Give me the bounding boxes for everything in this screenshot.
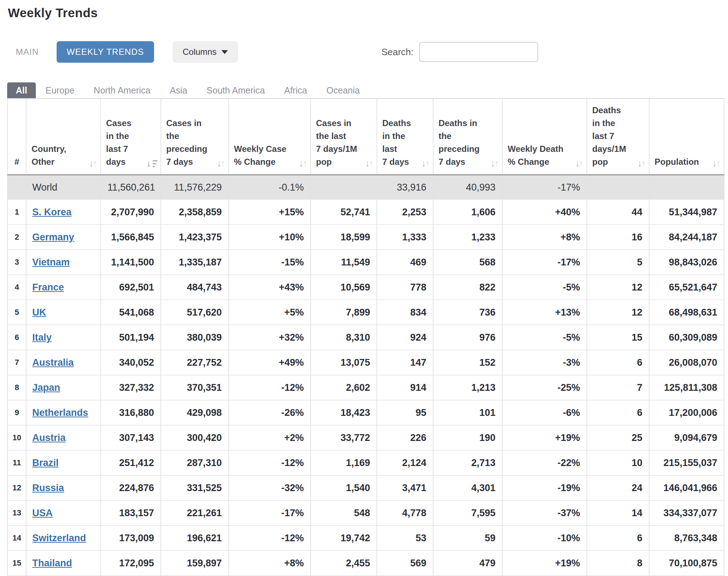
tab-north-america[interactable]: North America	[84, 82, 160, 98]
deaths-7d-cell: 4,778	[377, 500, 433, 525]
country-link[interactable]: Vietnam	[32, 257, 70, 268]
population-cell: 26,008,070	[649, 350, 724, 375]
deaths-per-1m-cell: 24	[587, 475, 649, 500]
column-header-deaths-per-1m[interactable]: Deaths in the last 7 days/1M pop↓↑	[587, 99, 649, 175]
column-header-country[interactable]: Country, Other↓↑	[26, 99, 101, 175]
country-link[interactable]: Switzerland	[32, 533, 86, 543]
population-cell: 84,244,187	[649, 225, 724, 250]
deaths-per-1m-cell: 7	[587, 375, 649, 400]
search-label: Search:	[381, 47, 413, 58]
deaths-prev-7d-cell: 822	[433, 275, 502, 300]
country-link[interactable]: Germany	[32, 232, 74, 243]
country-cell: Netherlands	[26, 400, 101, 425]
weekly-death-change-cell: -19%	[502, 475, 587, 500]
deaths-prev-7d-cell: 190	[433, 425, 502, 450]
column-header-cases-per-1m[interactable]: Cases in the last 7 days/1M pop↓↑	[311, 99, 377, 175]
sort-arrows-icon: ↓↑	[365, 159, 374, 168]
rank-cell: 5	[8, 300, 26, 325]
cases-per-1m-cell: 548	[311, 500, 377, 525]
country-link[interactable]: Japan	[32, 382, 60, 393]
sort-arrows-icon: ↓↑	[575, 159, 584, 168]
country-cell: UK	[26, 300, 101, 325]
weekly-trends-page: Weekly Trends MAIN WEEKLY TRENDS Columns…	[0, 0, 728, 576]
population-cell: 60,309,089	[649, 325, 724, 350]
toolbar: MAIN WEEKLY TRENDS Columns Search:	[7, 41, 724, 63]
weekly-death-change-cell: -3%	[502, 350, 587, 375]
weekly-death-change-cell: +13%	[502, 300, 587, 325]
country-link[interactable]: Austria	[32, 432, 66, 443]
cases-7d-cell: 501,194	[101, 325, 161, 350]
tab-south-america[interactable]: South America	[197, 82, 275, 98]
table-row: 14Switzerland173,009196,621-12%19,742535…	[8, 525, 724, 551]
deaths-7d-cell: 834	[377, 300, 433, 325]
deaths-per-1m-cell: 5	[587, 250, 649, 275]
cases-prev-7d-cell: 1,335,187	[161, 250, 229, 275]
table-row: 3Vietnam1,141,5001,335,187-15%11,5494695…	[8, 250, 724, 275]
deaths-per-1m-cell: 12	[587, 275, 649, 300]
country-cell: Australia	[26, 350, 101, 375]
column-header-cases-prev-7d[interactable]: Cases in the preceding 7 days↓↑	[161, 99, 229, 175]
country-link[interactable]: Thailand	[32, 558, 72, 568]
deaths-prev-7d-cell: 59	[433, 525, 502, 551]
weekly-death-change-cell: +19%	[502, 551, 587, 576]
page-title: Weekly Trends	[8, 6, 724, 20]
column-header-label: Deaths in the last 7 days	[382, 118, 411, 167]
cases-prev-7d-cell: 11,576,229	[161, 175, 229, 200]
country-link[interactable]: USA	[32, 508, 53, 518]
deaths-prev-7d-cell: 568	[433, 250, 502, 275]
rank-cell: 15	[8, 551, 26, 576]
country-cell: Austria	[26, 425, 101, 450]
country-link[interactable]: Netherlands	[32, 407, 88, 418]
rank-cell: 4	[8, 275, 26, 300]
sort-arrows-icon: ↓↑	[490, 159, 499, 168]
country-link[interactable]: Australia	[32, 357, 74, 368]
column-header-deaths-7d[interactable]: Deaths in the last 7 days↓↑	[377, 99, 433, 175]
column-header-rank[interactable]: #	[8, 99, 26, 175]
cases-7d-cell: 1,141,500	[101, 250, 161, 275]
column-header-cases-7d[interactable]: Cases in the last 7 days↓	[101, 99, 161, 175]
column-header-weekly-case-change[interactable]: Weekly Case % Change↓↑	[229, 99, 311, 175]
tab-oceania[interactable]: Oceania	[317, 82, 369, 98]
tab-asia[interactable]: Asia	[160, 82, 197, 98]
weekly-death-change-cell: -17%	[502, 175, 587, 200]
cases-per-1m-cell: 11,549	[311, 250, 377, 275]
cases-prev-7d-cell: 429,098	[161, 400, 229, 425]
weekly-case-change-cell: +32%	[229, 325, 311, 350]
cases-7d-cell: 2,707,990	[101, 200, 161, 225]
rank-cell: 7	[8, 350, 26, 375]
cases-prev-7d-cell: 227,752	[161, 350, 229, 375]
column-header-population[interactable]: Population↓↑	[649, 99, 724, 175]
weekly-death-change-cell: -25%	[502, 375, 587, 400]
tab-africa[interactable]: Africa	[274, 82, 317, 98]
column-header-weekly-death-change[interactable]: Weekly Death % Change↓↑	[502, 99, 587, 175]
country-link[interactable]: Italy	[32, 332, 52, 343]
country-link[interactable]: Russia	[32, 483, 64, 493]
cases-7d-cell: 541,068	[101, 300, 161, 325]
weekly-trends-button[interactable]: WEEKLY TRENDS	[57, 41, 154, 63]
country-link[interactable]: Brazil	[32, 457, 59, 468]
sort-arrows-icon: ↓↑	[712, 159, 721, 168]
column-header-label: Cases in the last 7 days/1M pop	[316, 118, 357, 167]
tab-all[interactable]: All	[7, 82, 36, 98]
weekly-case-change-cell: +8%	[229, 551, 311, 576]
deaths-7d-cell: 3,471	[377, 475, 433, 500]
population-cell: 215,155,037	[649, 450, 724, 475]
country-cell: Italy	[26, 325, 101, 350]
search-group: Search:	[381, 42, 538, 62]
weekly-death-change-cell: -37%	[502, 500, 587, 525]
column-header-deaths-prev-7d[interactable]: Deaths in the preceding 7 days↓↑	[433, 99, 502, 175]
tab-europe[interactable]: Europe	[36, 82, 84, 98]
population-cell: 146,041,966	[649, 475, 724, 500]
country-link[interactable]: France	[32, 282, 64, 293]
cases-per-1m-cell: 33,772	[311, 425, 377, 450]
columns-dropdown-button[interactable]: Columns	[173, 41, 238, 63]
sort-arrows-icon: ↓↑	[217, 159, 225, 168]
country-cell: S. Korea	[26, 200, 101, 225]
search-input[interactable]	[419, 42, 538, 62]
country-link[interactable]: UK	[32, 307, 46, 318]
country-link[interactable]: S. Korea	[32, 207, 72, 217]
deaths-prev-7d-cell: 1,213	[433, 375, 502, 400]
column-header-label: Weekly Case % Change	[234, 144, 286, 167]
main-button[interactable]: MAIN	[7, 41, 47, 63]
population-cell: 17,200,006	[649, 400, 724, 425]
